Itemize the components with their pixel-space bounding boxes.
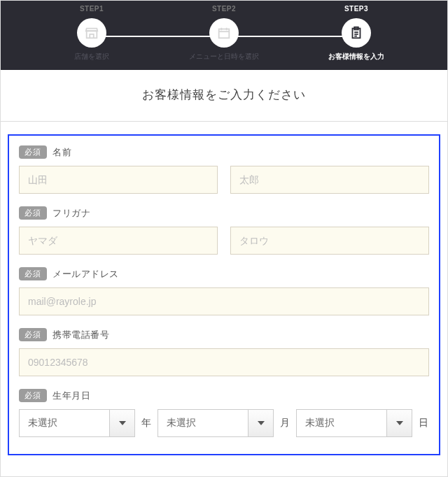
dob-day-select[interactable]: 未選択 bbox=[296, 409, 412, 437]
field-name-label: 名前 bbox=[52, 146, 71, 159]
clipboard-icon bbox=[349, 25, 364, 41]
step-2-top-label: STEP2 bbox=[212, 5, 236, 13]
chevron-down-icon bbox=[258, 421, 265, 425]
required-badge: 必須 bbox=[19, 267, 47, 280]
lastname-input[interactable] bbox=[19, 166, 218, 194]
chevron-down-icon bbox=[396, 421, 403, 425]
card-title-wrap: お客様情報をご入力ください bbox=[1, 70, 447, 122]
field-phone: 必須 携帯電話番号 bbox=[19, 328, 429, 376]
field-phone-header: 必須 携帯電話番号 bbox=[19, 328, 429, 341]
stepper: STEP1 店舗を選択 STEP2 bbox=[1, 5, 447, 62]
stepper-header: STEP1 店舗を選択 STEP2 bbox=[1, 1, 447, 70]
field-kana-label: フリガナ bbox=[52, 207, 90, 220]
step-3: STEP3 お客様情報を入力 bbox=[314, 5, 398, 62]
field-dob-label: 生年月日 bbox=[52, 390, 90, 402]
step-3-circle bbox=[342, 18, 371, 48]
field-email: 必須 メールアドレス bbox=[19, 267, 429, 315]
dob-month-value: 未選択 bbox=[158, 409, 248, 437]
email-input[interactable] bbox=[19, 287, 429, 315]
required-badge: 必須 bbox=[19, 389, 47, 402]
step-1-top-label: STEP1 bbox=[80, 5, 104, 13]
day-unit: 日 bbox=[418, 417, 429, 429]
store-icon bbox=[84, 25, 99, 41]
step-2-circle bbox=[209, 18, 239, 48]
firstname-kana-input[interactable] bbox=[230, 227, 429, 255]
phone-input[interactable] bbox=[19, 348, 429, 376]
field-name: 必須 名前 bbox=[19, 145, 429, 194]
svg-rect-1 bbox=[219, 29, 230, 38]
calendar-icon bbox=[216, 25, 232, 41]
step-1-circle bbox=[77, 18, 106, 48]
year-unit: 年 bbox=[141, 417, 152, 429]
dob-year-select[interactable]: 未選択 bbox=[19, 409, 135, 437]
required-badge: 必須 bbox=[19, 328, 47, 341]
field-name-header: 必須 名前 bbox=[19, 145, 429, 159]
field-kana: 必須 フリガナ bbox=[19, 206, 429, 255]
dob-day-dropdown-button[interactable] bbox=[387, 409, 412, 437]
step-1-bottom-label: 店舗を選択 bbox=[74, 52, 109, 62]
form-card: お客様情報をご入力ください 必須 名前 必須 フリガナ bbox=[1, 70, 447, 455]
step-3-top-label: STEP3 bbox=[344, 5, 368, 13]
dob-year-dropdown-button[interactable] bbox=[110, 409, 135, 437]
step-1: STEP1 店舗を選択 bbox=[50, 5, 134, 62]
step-2-bottom-label: メニューと日時を選択 bbox=[189, 52, 259, 62]
field-kana-header: 必須 フリガナ bbox=[19, 206, 429, 220]
field-dob: 必須 生年月日 未選択 年 未選択 bbox=[19, 389, 429, 437]
form-area: 必須 名前 必須 フリガナ bbox=[8, 134, 440, 455]
lastname-kana-input[interactable] bbox=[19, 227, 218, 255]
dob-day-value: 未選択 bbox=[296, 409, 387, 437]
field-email-header: 必須 メールアドレス bbox=[19, 267, 429, 280]
field-email-label: メールアドレス bbox=[52, 268, 119, 280]
firstname-input[interactable] bbox=[230, 166, 429, 194]
required-badge: 必須 bbox=[19, 206, 47, 220]
chevron-down-icon bbox=[119, 421, 126, 425]
dob-year-value: 未選択 bbox=[19, 409, 110, 437]
step-3-bottom-label: お客様情報を入力 bbox=[328, 52, 384, 62]
field-phone-label: 携帯電話番号 bbox=[52, 329, 109, 341]
card-title: お客様情報をご入力ください bbox=[1, 87, 447, 103]
dob-month-dropdown-button[interactable] bbox=[248, 409, 274, 437]
month-unit: 月 bbox=[279, 417, 290, 429]
step-2: STEP2 メニューと日時を選択 bbox=[182, 5, 266, 62]
field-dob-header: 必須 生年月日 bbox=[19, 389, 429, 402]
booking-form-screen: STEP1 店舗を選択 STEP2 bbox=[0, 0, 448, 477]
required-badge: 必須 bbox=[19, 145, 47, 159]
dob-month-select[interactable]: 未選択 bbox=[158, 409, 274, 437]
